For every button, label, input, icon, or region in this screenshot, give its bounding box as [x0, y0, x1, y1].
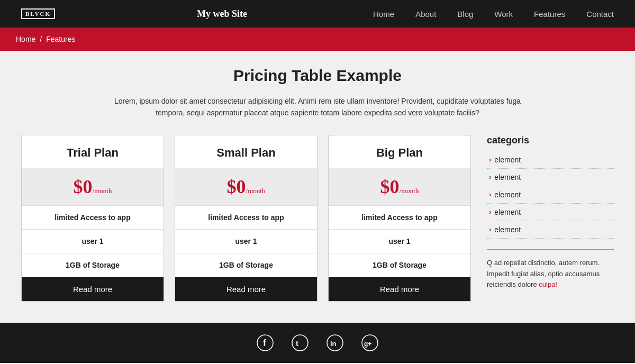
card-big-price: $0/month: [329, 168, 470, 206]
googleplus-icon: g+: [361, 334, 378, 351]
pricing-cards: Trial Plan $0/month limited Access to ap…: [21, 135, 471, 302]
main-content: Pricing Table Example Lorem, ipsum dolor…: [0, 51, 635, 323]
card-trial-title: Trial Plan: [22, 135, 164, 168]
sidebar-item-label-1: element: [494, 156, 521, 164]
svg-point-2: [292, 335, 308, 351]
card-trial-price: $0/month: [22, 168, 164, 206]
nav-home[interactable]: Home: [373, 10, 394, 19]
breadcrumb-separator: /: [40, 35, 42, 43]
svg-text:t: t: [296, 339, 298, 348]
card-small-feature-2: user 1: [175, 230, 317, 253]
nav-work[interactable]: Work: [494, 10, 513, 19]
content-row: Trial Plan $0/month limited Access to ap…: [21, 135, 614, 302]
card-small-period: /month: [246, 187, 266, 195]
sidebar-item-2[interactable]: › element: [487, 169, 614, 186]
chevron-icon-1: ›: [489, 156, 491, 163]
card-big-period: /month: [400, 187, 419, 195]
linkedin-icon: in: [326, 334, 343, 351]
sidebar-item-label-5: element: [494, 225, 521, 234]
card-trial: Trial Plan $0/month limited Access to ap…: [21, 135, 164, 302]
card-big-feature-1: limited Access to app: [329, 206, 470, 230]
sidebar-title: categoris: [487, 135, 614, 146]
nav-blog[interactable]: Blog: [457, 10, 473, 19]
facebook-icon: f: [257, 334, 274, 351]
card-big-title: Big Plan: [329, 135, 470, 168]
card-trial-amount: $0: [74, 176, 93, 197]
social-facebook[interactable]: f: [256, 333, 275, 352]
card-small: Small Plan $0/month limited Access to ap…: [175, 135, 318, 302]
chevron-icon-3: ›: [489, 190, 491, 198]
svg-text:g+: g+: [364, 340, 371, 348]
card-big-amount: $0: [380, 176, 400, 197]
sidebar-description: Q ad repellat distinctio, autem rerum. I…: [487, 258, 614, 290]
card-trial-feature-3: 1GB of Storage: [22, 253, 164, 277]
card-big-feature-2: user 1: [329, 230, 470, 253]
svg-text:f: f: [263, 338, 267, 348]
card-big-feature-3: 1GB of Storage: [329, 253, 470, 277]
sidebar-item-3[interactable]: › element: [487, 186, 614, 204]
card-big: Big Plan $0/month limited Access to app …: [328, 135, 471, 302]
social-linkedin[interactable]: in: [325, 333, 344, 352]
nav-about[interactable]: About: [415, 10, 436, 19]
card-small-feature-3: 1GB of Storage: [175, 253, 317, 277]
header: BLVCK My web Site Home About Blog Work F…: [0, 0, 635, 28]
page-description: Lorem, ipsum dolor sit amet consectetur …: [106, 95, 529, 119]
site-title: My web Site: [71, 8, 373, 20]
svg-text:in: in: [330, 340, 337, 348]
sidebar-item-1[interactable]: › element: [487, 151, 614, 169]
breadcrumb: Home / Features: [0, 28, 635, 51]
page-title: Pricing Table Example: [21, 67, 614, 85]
card-trial-button[interactable]: Read more: [22, 277, 164, 301]
sidebar-item-label-4: element: [494, 208, 521, 216]
card-small-button[interactable]: Read more: [175, 277, 317, 301]
chevron-icon-5: ›: [489, 225, 491, 233]
sidebar-description-highlight: culpa!: [539, 280, 557, 288]
sidebar-items-list: › element › element › element › element …: [487, 151, 614, 239]
card-small-title: Small Plan: [175, 135, 317, 168]
sidebar-item-label-2: element: [494, 173, 521, 181]
main-nav: Home About Blog Work Features Contact: [373, 10, 614, 19]
logo: BLVCK: [21, 8, 55, 19]
card-small-amount: $0: [227, 176, 246, 197]
sidebar-item-label-3: element: [494, 190, 521, 199]
sidebar-item-4[interactable]: › element: [487, 204, 614, 221]
card-big-button[interactable]: Read more: [329, 277, 470, 301]
sidebar: categoris › element › element › element …: [487, 135, 614, 290]
card-trial-feature-1: limited Access to app: [22, 206, 164, 230]
card-trial-period: /month: [93, 187, 112, 195]
card-small-price: $0/month: [175, 168, 317, 206]
sidebar-divider: [487, 249, 614, 250]
chevron-icon-2: ›: [489, 173, 491, 181]
social-twitter[interactable]: t: [291, 333, 310, 352]
sidebar-item-5[interactable]: › element: [487, 221, 614, 239]
footer: f t in g+: [0, 323, 635, 363]
chevron-icon-4: ›: [489, 208, 491, 216]
nav-features[interactable]: Features: [534, 10, 565, 19]
card-small-feature-1: limited Access to app: [175, 206, 317, 230]
card-trial-feature-2: user 1: [22, 230, 164, 253]
twitter-icon: t: [292, 334, 309, 351]
breadcrumb-home[interactable]: Home: [16, 35, 35, 43]
nav-contact[interactable]: Contact: [586, 10, 614, 19]
social-googleplus[interactable]: g+: [360, 333, 379, 352]
breadcrumb-current: Features: [46, 35, 75, 43]
